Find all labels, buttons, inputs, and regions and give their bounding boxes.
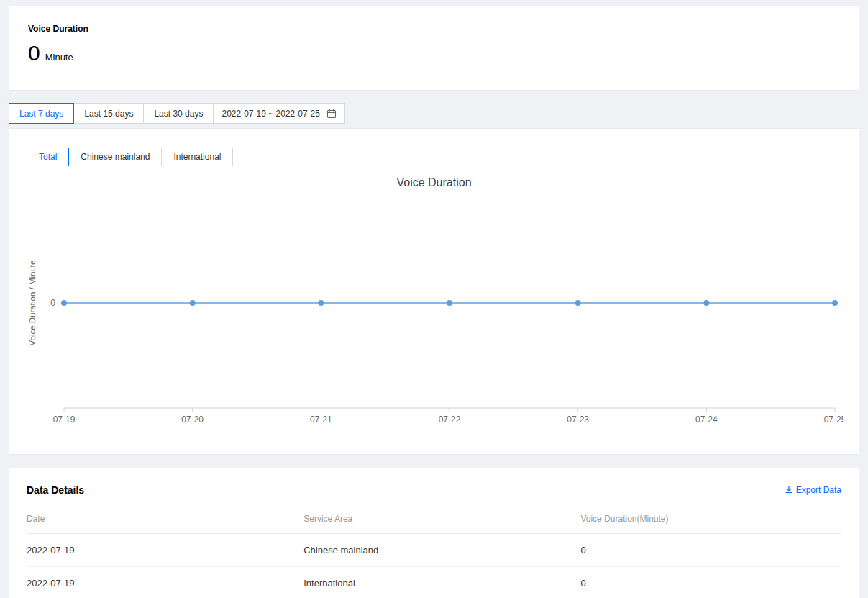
- date-range-picker[interactable]: 2022-07-19 ~ 2022-07-25: [213, 103, 344, 124]
- date-range-filter-bar: Last 7 days Last 15 days Last 30 days 20…: [9, 103, 859, 124]
- summary-value: 0: [28, 42, 40, 64]
- table-header-row: Date Service Area Voice Duration(Minute): [27, 503, 841, 534]
- summary-title: Voice Duration: [28, 24, 840, 34]
- export-data-link[interactable]: Export Data: [785, 485, 841, 496]
- column-header-date: Date: [27, 503, 303, 534]
- svg-text:07-25: 07-25: [824, 414, 843, 425]
- range-tab-last-7-days[interactable]: Last 7 days: [9, 103, 74, 124]
- calendar-icon: [326, 109, 337, 119]
- date-range-value: 2022-07-19 ~ 2022-07-25: [221, 109, 319, 119]
- summary-unit: Minute: [45, 52, 73, 63]
- tab-chinese-mainland[interactable]: Chinese mainland: [68, 148, 162, 166]
- svg-text:0: 0: [50, 298, 55, 308]
- svg-text:07-20: 07-20: [181, 414, 204, 425]
- download-icon: [785, 485, 793, 496]
- chart-title: Voice Duration: [27, 176, 841, 189]
- table-row: 2022-07-19 International 0: [27, 567, 841, 598]
- tab-international[interactable]: International: [161, 148, 233, 166]
- svg-text:07-22: 07-22: [439, 414, 461, 425]
- svg-text:07-19: 07-19: [53, 414, 76, 425]
- data-details-title: Data Details: [27, 484, 84, 496]
- column-header-service-area: Service Area: [303, 503, 580, 534]
- export-data-label: Export Data: [796, 485, 841, 495]
- column-header-voice-duration: Voice Duration(Minute): [580, 503, 841, 534]
- cell-service-area: Chinese mainland: [303, 534, 580, 567]
- cell-voice-duration: 0: [580, 567, 841, 598]
- data-details-header: Data Details Export Data: [27, 484, 841, 496]
- cell-date: 2022-07-19: [27, 567, 303, 598]
- line-chart-canvas: 07-1907-2007-2107-2207-2307-2407-250: [27, 194, 843, 432]
- data-details-card: Data Details Export Data Date Service Ar…: [9, 468, 859, 598]
- service-area-tabs: Total Chinese mainland International: [27, 148, 841, 166]
- tab-total[interactable]: Total: [27, 148, 69, 166]
- data-details-table: Date Service Area Voice Duration(Minute)…: [27, 503, 841, 598]
- cell-service-area: International: [303, 567, 580, 598]
- voice-duration-summary-card: Voice Duration 0 Minute: [9, 6, 859, 91]
- range-tab-last-30-days[interactable]: Last 30 days: [143, 103, 214, 124]
- svg-text:07-21: 07-21: [310, 414, 332, 425]
- table-row: 2022-07-19 Chinese mainland 0: [27, 534, 841, 567]
- svg-text:07-23: 07-23: [567, 414, 589, 425]
- summary-value-row: 0 Minute: [28, 42, 840, 64]
- range-tab-last-15-days[interactable]: Last 15 days: [73, 103, 144, 124]
- cell-date: 2022-07-19: [27, 534, 303, 567]
- svg-text:07-24: 07-24: [695, 414, 718, 425]
- voice-duration-chart-card: Total Chinese mainland International Voi…: [9, 128, 859, 455]
- line-chart: Voice Duration / Minute 07-1907-2007-210…: [27, 194, 841, 432]
- cell-voice-duration: 0: [580, 534, 841, 567]
